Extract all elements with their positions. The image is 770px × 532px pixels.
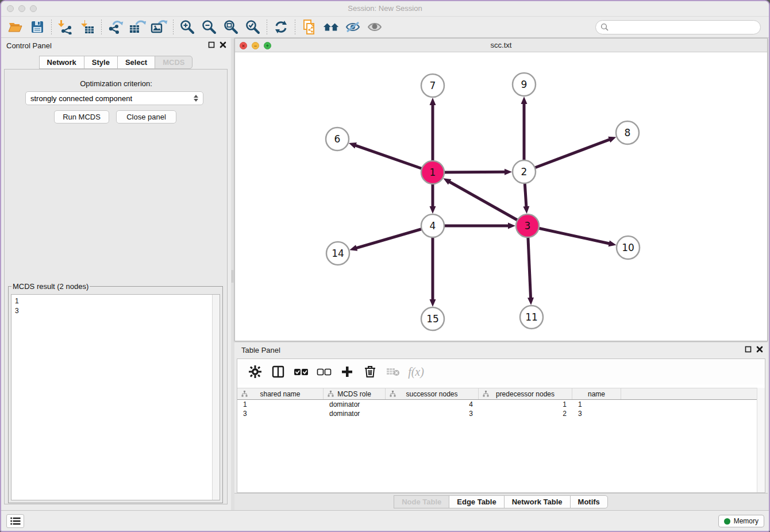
graph-node-label: 14	[332, 248, 344, 259]
zoom-out-icon[interactable]	[201, 19, 218, 35]
graph-edge-arrowhead	[505, 169, 512, 175]
column-header-shared-name[interactable]: shared name	[237, 388, 324, 399]
control-panel-tab[interactable]: Network	[39, 56, 84, 69]
task-history-button[interactable]	[6, 514, 24, 528]
table-tab[interactable]: Motifs	[570, 495, 608, 508]
table-body: 1dominator4113dominator323	[237, 400, 757, 418]
zoom-fit-icon[interactable]	[222, 19, 240, 35]
graph-node-label: 11	[525, 311, 538, 323]
zoom-selected-icon[interactable]	[244, 19, 261, 35]
add-column-icon[interactable]	[340, 364, 355, 379]
search-icon	[600, 23, 609, 31]
graph-node-label: 8	[625, 127, 631, 138]
node-table: shared nameMCDS rolesuccessor nodesprede…	[237, 388, 757, 418]
open-file-icon[interactable]	[7, 19, 24, 35]
graph-node-label: 3	[525, 220, 531, 232]
import-network-icon[interactable]	[57, 19, 74, 35]
graph-edge-1-6[interactable]	[355, 145, 433, 172]
graph-edge-arrowhead	[523, 206, 529, 214]
split-column-icon[interactable]	[271, 364, 286, 379]
first-neighbors-icon[interactable]	[322, 19, 340, 35]
graph-edge-arrowhead	[430, 98, 436, 105]
close-panel-button[interactable]: Close panel	[116, 110, 176, 124]
memory-status-icon	[724, 518, 730, 525]
table-tab[interactable]: Edge Table	[449, 495, 504, 508]
hide-selected-icon[interactable]	[344, 19, 361, 35]
gear-icon[interactable]	[248, 364, 263, 379]
criterion-dropdown[interactable]: strongly connected component	[25, 91, 203, 105]
close-panel-icon[interactable]	[220, 41, 226, 48]
mcds-result-area[interactable]: 13	[11, 294, 220, 500]
mcds-result-lines: 13	[11, 295, 220, 318]
table-tabs-strip: Node TableEdge TableNetwork TableMotifs	[234, 493, 768, 510]
delete-icon[interactable]	[363, 364, 378, 379]
graph-node-label: 4	[430, 220, 436, 232]
search-box[interactable]	[595, 20, 761, 34]
optimization-criterion-label: Optimization criterion:	[1, 79, 231, 88]
network-view-window: × − + scc.txt 7968124314101511	[234, 38, 768, 341]
main-toolbar	[1, 16, 769, 38]
graph-edge-arrowhead	[521, 97, 528, 104]
save-session-icon[interactable]	[29, 19, 46, 35]
table-tabs: Node TableEdge TableNetwork TableMotifs	[394, 495, 608, 508]
memory-button[interactable]: Memory	[718, 515, 764, 527]
column-header-predecessor-nodes[interactable]: predecessor nodes	[479, 388, 572, 399]
graph-node-label: 7	[430, 80, 436, 91]
copy-network-icon[interactable]	[301, 19, 318, 35]
result-scrollbar[interactable]	[212, 295, 220, 500]
status-bar: Memory	[1, 510, 769, 531]
network-window-titlebar[interactable]: × − + scc.txt	[235, 38, 767, 52]
deselect-all-icon[interactable]	[317, 364, 332, 379]
table-panel-title: Table Panel	[241, 346, 280, 354]
function-builder-icon: f(x)	[409, 364, 424, 379]
export-network-icon[interactable]	[107, 19, 124, 35]
show-all-icon[interactable]	[366, 19, 383, 35]
column-header-MCDS-role[interactable]: MCDS role	[324, 388, 386, 399]
toolbar-separator	[267, 20, 267, 34]
zoom-in-icon[interactable]	[179, 19, 196, 35]
criterion-value: strongly connected component	[30, 94, 132, 103]
control-panel-tabs: NetworkStyleSelectMCDS	[1, 56, 231, 69]
close-table-panel-icon[interactable]	[756, 346, 763, 353]
graph-node-label: 1	[430, 167, 436, 178]
run-mcds-button[interactable]: Run MCDS	[54, 110, 109, 124]
select-all-icon[interactable]	[294, 364, 309, 379]
graph-edge-3-1[interactable]	[449, 182, 528, 226]
toolbar-separator	[101, 20, 102, 34]
table-row[interactable]: 3dominator323	[237, 409, 757, 418]
export-image-icon[interactable]	[151, 19, 168, 35]
mcds-result-line: 1	[15, 296, 216, 306]
graph-edge-arrowhead	[609, 240, 617, 246]
table-scrollbar[interactable]	[757, 388, 765, 492]
column-header-successor-nodes[interactable]: successor nodes	[386, 388, 479, 399]
mcds-result-group: MCDS result (2 nodes) 13	[8, 282, 223, 503]
graph-edge-2-8[interactable]	[524, 139, 610, 172]
control-panel-tab[interactable]: Select	[117, 56, 155, 69]
import-table-icon[interactable]	[79, 19, 96, 35]
dropdown-stepper-icon	[194, 95, 198, 102]
export-table-icon[interactable]	[129, 19, 146, 35]
graph-edge-3-10[interactable]	[528, 226, 610, 244]
float-table-panel-icon[interactable]	[745, 346, 752, 353]
mcds-result-title: MCDS result (2 nodes)	[11, 282, 90, 291]
delete-table-icon	[386, 364, 401, 379]
column-header-name[interactable]: name	[572, 388, 621, 399]
control-panel-tab[interactable]: MCDS	[155, 56, 192, 69]
graph-edge-arrowhead	[528, 298, 534, 305]
graph-node-label: 15	[426, 313, 439, 325]
graph-edge-arrowhead	[349, 142, 357, 148]
table-tab[interactable]: Node Table	[394, 495, 449, 508]
refresh-layout-icon[interactable]	[272, 19, 290, 35]
table-toolbar: f(x)	[237, 359, 765, 384]
search-input[interactable]	[611, 23, 756, 32]
control-panel-tab[interactable]: Style	[84, 56, 118, 69]
network-canvas[interactable]: 7968124314101511	[235, 52, 767, 341]
table-panel-header: Table Panel	[234, 342, 768, 358]
table-container: f(x) shared nameMCDS rolesuccessor nodes…	[237, 358, 765, 493]
float-panel-icon[interactable]	[208, 41, 215, 48]
network-window-title: scc.txt	[235, 41, 767, 49]
graph-edge-arrowhead	[608, 137, 616, 142]
table-row[interactable]: 1dominator411	[237, 400, 757, 409]
table-tab[interactable]: Network Table	[504, 495, 571, 508]
memory-label: Memory	[734, 517, 759, 525]
